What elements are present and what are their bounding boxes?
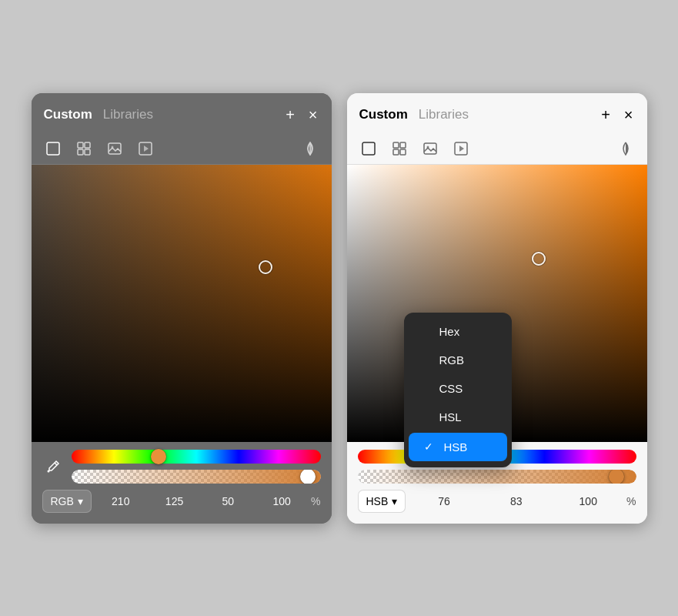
- image-icon-left[interactable]: [105, 139, 124, 158]
- svg-rect-5: [109, 143, 121, 154]
- value2-right[interactable]: 83: [483, 495, 550, 507]
- svg-rect-3: [78, 149, 83, 155]
- opacity-icon-left[interactable]: [301, 139, 319, 158]
- hue-slider-left[interactable]: [72, 450, 321, 464]
- values-row-right: HSB ▾ 76 83 100 % Hex RGB: [358, 490, 636, 513]
- alpha-thumb-left[interactable]: [300, 470, 316, 484]
- play-icon-left[interactable]: [136, 139, 155, 158]
- toolbar-left: [32, 133, 332, 165]
- values-left: RGB ▾ 210 125 50 100 %: [42, 490, 321, 513]
- percent-right: %: [626, 495, 636, 507]
- image-icon-right[interactable]: [421, 139, 439, 158]
- sliders-col-left: [72, 450, 321, 484]
- grid-icon-right[interactable]: [390, 139, 409, 158]
- percent-left: %: [311, 495, 320, 507]
- right-panel: Custom Libraries + ×: [347, 93, 647, 524]
- values-row-left: RGB ▾ 210 125 50 100 %: [42, 490, 321, 513]
- square-icon-left[interactable]: [44, 139, 62, 158]
- panel-header-left: Custom Libraries + ×: [32, 93, 332, 133]
- mode-dropdown-right[interactable]: HSB ▾: [358, 490, 406, 513]
- value4-left[interactable]: 100: [257, 495, 306, 507]
- value3-left[interactable]: 50: [203, 495, 252, 507]
- svg-rect-0: [47, 142, 59, 155]
- color-mode-dropdown-menu: Hex RGB CSS HSL ✓ HSB: [404, 313, 512, 467]
- dropdown-item-hsl[interactable]: HSL: [404, 403, 512, 431]
- play-icon-right[interactable]: [452, 139, 470, 158]
- value3-right[interactable]: 100: [554, 495, 622, 507]
- header-actions-right: + ×: [600, 105, 634, 124]
- bottom-controls-right: HSB ▾ 76 83 100 % Hex RGB: [347, 442, 647, 524]
- color-canvas-left[interactable]: [32, 165, 332, 442]
- dropdown-item-css[interactable]: CSS: [404, 374, 512, 403]
- tab-libraries-left[interactable]: Libraries: [103, 104, 153, 126]
- tab-libraries-right[interactable]: Libraries: [419, 104, 469, 126]
- svg-rect-2: [85, 142, 90, 148]
- alpha-thumb-right[interactable]: [609, 470, 624, 484]
- alpha-slider-left[interactable]: [72, 470, 321, 484]
- close-button-left[interactable]: ×: [307, 105, 319, 124]
- tab-custom-left[interactable]: Custom: [44, 104, 92, 126]
- add-button-left[interactable]: +: [284, 105, 296, 124]
- hue-thumb-left[interactable]: [151, 449, 166, 464]
- close-button-right[interactable]: ×: [623, 105, 635, 124]
- svg-rect-15: [424, 143, 436, 154]
- eyedropper-button-left[interactable]: [42, 456, 64, 477]
- svg-rect-1: [78, 142, 83, 148]
- svg-point-9: [47, 470, 49, 472]
- svg-rect-13: [393, 149, 399, 155]
- svg-marker-8: [144, 146, 149, 152]
- opacity-icon-right[interactable]: [616, 139, 635, 158]
- tab-custom-right[interactable]: Custom: [359, 104, 408, 126]
- header-actions-left: + ×: [284, 105, 319, 124]
- svg-rect-14: [400, 149, 406, 155]
- value1-left[interactable]: 210: [96, 495, 145, 507]
- value1-right[interactable]: 76: [410, 495, 478, 507]
- svg-marker-18: [459, 146, 464, 152]
- svg-rect-4: [85, 149, 90, 155]
- mode-dropdown-left[interactable]: RGB ▾: [42, 490, 92, 513]
- dropdown-item-rgb[interactable]: RGB: [404, 346, 512, 374]
- grid-icon-left[interactable]: [75, 139, 93, 158]
- svg-rect-12: [400, 142, 406, 148]
- svg-rect-10: [362, 142, 375, 155]
- check-hsb: ✓: [424, 440, 436, 453]
- values-right: HSB ▾ 76 83 100 %: [358, 490, 636, 513]
- color-cursor-right[interactable]: [532, 252, 546, 266]
- sliders-left: [42, 450, 321, 484]
- bottom-controls-left: RGB ▾ 210 125 50 100 %: [32, 442, 332, 524]
- svg-rect-11: [393, 142, 399, 148]
- square-icon-right[interactable]: [359, 139, 378, 158]
- color-cursor-left[interactable]: [259, 260, 272, 274]
- value2-left[interactable]: 125: [150, 495, 199, 507]
- alpha-slider-right[interactable]: [358, 470, 636, 484]
- toolbar-right: [347, 133, 647, 165]
- panel-header-right: Custom Libraries + ×: [347, 93, 647, 133]
- left-panel: Custom Libraries + ×: [32, 93, 332, 524]
- add-button-right[interactable]: +: [600, 105, 612, 124]
- dropdown-item-hsb[interactable]: ✓ HSB: [409, 433, 507, 461]
- dropdown-item-hex[interactable]: Hex: [404, 317, 512, 346]
